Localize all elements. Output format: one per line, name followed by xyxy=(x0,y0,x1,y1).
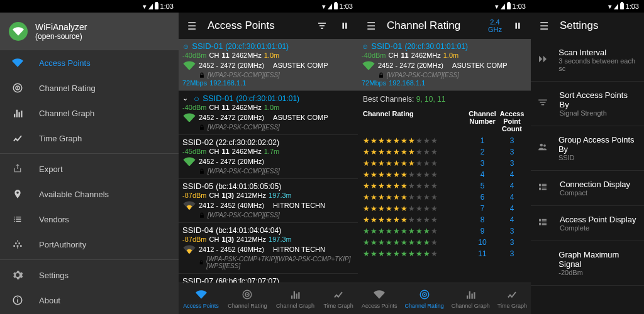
ap-card[interactable]: SSID-04 (bc:14:01:04:04:04) -87dBm CH 1(… xyxy=(179,223,358,274)
target-icon xyxy=(11,82,24,94)
tab-access-points[interactable]: Access Points xyxy=(362,289,397,309)
wifi-icon xyxy=(374,289,385,301)
status-bar: ▾1:03 xyxy=(179,0,358,13)
line-icon xyxy=(506,289,518,301)
connected-ap-card[interactable]: ☺ SSID-01 (20:cf:30:01:01:01) -40dBm CH … xyxy=(358,39,531,91)
menu-icon[interactable]: ☰ xyxy=(185,20,199,32)
bar-icon xyxy=(465,289,476,301)
nav-label: Available Channels xyxy=(39,190,109,199)
tab-time-graph[interactable]: Time Graph xyxy=(324,289,353,309)
app-bar: ☰ Access Points xyxy=(179,13,358,39)
pause-icon[interactable] xyxy=(511,21,525,30)
nav-label: Export xyxy=(39,165,63,174)
svg-point-8 xyxy=(188,251,191,254)
page-title: Channel Rating xyxy=(387,19,479,32)
nav-label: Channel Graph xyxy=(39,109,94,118)
svg-point-13 xyxy=(367,67,370,70)
rating-row: ★★★★★★★★★★ 5 4 xyxy=(358,180,531,192)
ap-card[interactable]: ⌄☺ SSID-01 (20:cf:30:01:01:01) -40dBm CH… xyxy=(179,91,358,135)
tab-channel-rating[interactable]: Channel Rating xyxy=(405,289,444,309)
svg-point-16 xyxy=(423,293,425,295)
connected-ap-card[interactable]: ☺ SSID-01 (20:cf:30:01:01:01) -40dBm CH … xyxy=(179,39,358,91)
pause-icon[interactable] xyxy=(338,21,352,30)
filter-icon[interactable] xyxy=(315,21,329,31)
nav-vendors[interactable]: Vendors xyxy=(0,207,179,232)
svg-point-5 xyxy=(188,119,191,122)
svg-point-6 xyxy=(188,163,191,166)
export-icon xyxy=(11,164,24,174)
sort-icon xyxy=(537,97,551,111)
app-logo xyxy=(9,22,28,41)
gear-icon xyxy=(11,269,24,281)
list-icon xyxy=(11,214,24,224)
svg-point-17 xyxy=(540,144,543,147)
rating-row: ★★★★★★★★★★ 10 3 xyxy=(358,237,531,248)
setting-access-point-display[interactable]: Access Point Display Complete xyxy=(531,206,644,241)
nav-channel-graph[interactable]: Channel Graph xyxy=(0,100,179,126)
nav-portauthority[interactable]: PortAuthority xyxy=(0,232,179,257)
nav-access-points[interactable]: Access Points xyxy=(0,50,179,75)
tab-access-points[interactable]: Access Points xyxy=(183,289,219,309)
rating-header: Channel Rating Channel Number Access Poi… xyxy=(358,107,531,135)
line-icon xyxy=(333,289,344,301)
density-icon xyxy=(537,217,551,230)
nav-label: PortAuthority xyxy=(39,240,86,249)
rating-row: ★★★★★★★★★★ 1 3 xyxy=(358,135,531,146)
status-bar: ▾1:03 xyxy=(358,0,531,13)
setting-sort-access-points-by[interactable]: Sort Access Points By Signal Strength xyxy=(531,82,644,126)
nav-settings[interactable]: Settings xyxy=(0,263,179,288)
nav-about[interactable]: About xyxy=(0,288,179,313)
line-icon xyxy=(11,133,24,144)
svg-point-4 xyxy=(188,67,191,70)
net-icon xyxy=(11,239,24,249)
group-icon xyxy=(537,141,550,155)
page-title: Settings xyxy=(560,19,638,32)
bar-icon xyxy=(11,107,24,119)
app-bar: ☰ Channel Rating 2.4GHz xyxy=(358,13,531,39)
rating-row: ★★★★★★★★★★ 9 3 xyxy=(358,225,531,237)
tab-time-graph[interactable]: Time Graph xyxy=(497,289,527,309)
nav-label: Channel Rating xyxy=(39,84,96,93)
rating-row: ★★★★★★★★★★ 6 4 xyxy=(358,192,531,203)
ap-card[interactable]: SSID-05 (bc:14:01:05:05:05) -87dBm CH 1(… xyxy=(179,179,358,223)
nav-export[interactable]: Export xyxy=(0,156,179,181)
band-toggle[interactable]: 2.4GHz xyxy=(488,18,502,33)
app-name: WiFiAnalyzer xyxy=(35,22,87,32)
nav-channel-rating[interactable]: Channel Rating xyxy=(0,75,179,100)
setting-connection-display[interactable]: Connection Display Compact xyxy=(531,171,644,206)
tab-channel-rating[interactable]: Channel Rating xyxy=(228,289,267,309)
page-title: Access Points xyxy=(208,19,306,32)
nav-label: About xyxy=(39,296,60,305)
wifi-icon xyxy=(196,289,207,301)
nav-label: Settings xyxy=(39,271,69,280)
tab-channel-graph[interactable]: Channel Graph xyxy=(276,289,314,309)
rating-row: ★★★★★★★★★★ 2 3 xyxy=(358,146,531,158)
tab-channel-graph[interactable]: Channel Graph xyxy=(452,289,490,309)
nav-label: Access Points xyxy=(39,58,91,68)
setting-scan-interval[interactable]: Scan Interval 3 seconds between each sc xyxy=(531,39,644,82)
nav-time-graph[interactable]: Time Graph xyxy=(0,126,179,151)
rating-row: ★★★★★★★★★★ 4 4 xyxy=(358,169,531,180)
setting-graph-maximum-signal[interactable]: Graph Maximum Signal -20dBm xyxy=(531,241,644,286)
svg-point-12 xyxy=(247,293,248,295)
bar-icon xyxy=(289,289,301,301)
nav-label: Vendors xyxy=(39,215,69,224)
status-bar: ▾1:03 xyxy=(531,0,644,13)
nav-available-channels[interactable]: Available Channels xyxy=(0,181,179,207)
svg-point-7 xyxy=(188,207,191,210)
rating-row: ★★★★★★★★★★ 3 3 xyxy=(358,158,531,169)
setting-group-access-points-by[interactable]: Group Access Points By SSID xyxy=(531,126,644,171)
rating-row: ★★★★★★★★★★ 11 3 xyxy=(358,248,531,259)
target-icon xyxy=(242,289,253,301)
status-bar: ▾1:03 xyxy=(0,0,179,13)
menu-icon[interactable]: ☰ xyxy=(537,20,551,32)
best-channels: Best Channels: 9, 10, 11 xyxy=(358,91,531,107)
ap-card[interactable]: SSID-02 (22:cf:30:02:02:02) -45dBm CH 11… xyxy=(179,135,358,179)
target-icon xyxy=(419,289,430,301)
info-icon xyxy=(11,295,24,306)
menu-icon[interactable]: ☰ xyxy=(364,20,378,32)
nav-label: Time Graph xyxy=(39,134,82,143)
app-bar: ☰ Settings xyxy=(531,13,644,39)
rating-row: ★★★★★★★★★★ 8 4 xyxy=(358,214,531,225)
drawer-header: WiFiAnalyzer (open-source) xyxy=(0,13,179,50)
